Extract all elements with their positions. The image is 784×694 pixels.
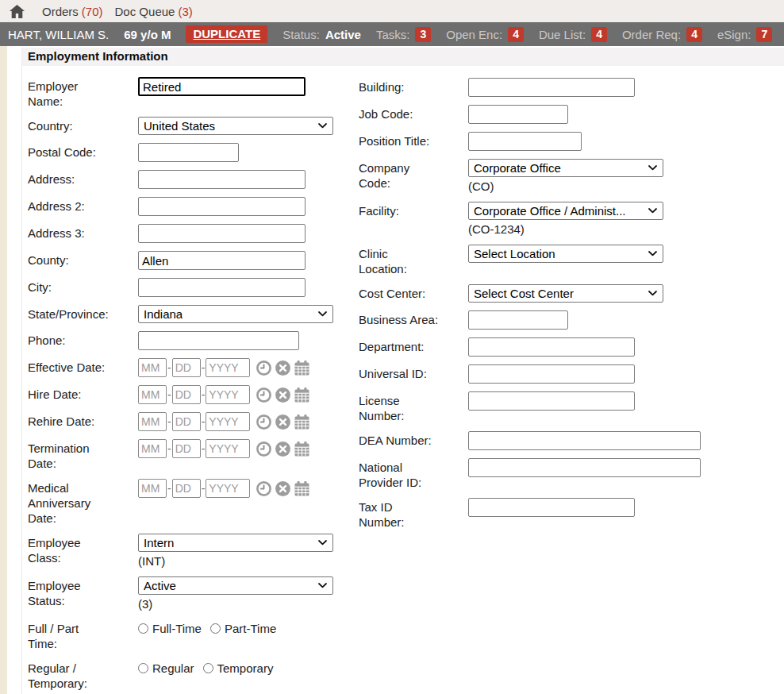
job-code-input[interactable] — [468, 105, 568, 124]
due-list-counter[interactable]: Due List: 4 — [539, 27, 607, 42]
universal-id-input[interactable] — [468, 364, 635, 384]
country-selected-value: United States — [144, 119, 215, 133]
termination-date-dd-input[interactable] — [172, 439, 201, 458]
address-input[interactable] — [138, 170, 306, 189]
employee-status-select[interactable]: Active — [138, 576, 333, 595]
hire-date-mm-input[interactable] — [138, 385, 167, 404]
employment-form: Employer Name:Country:United StatesPosta… — [22, 66, 784, 694]
rehire-date-label: Rehire Date: — [28, 412, 138, 429]
rehire-date-mm-input[interactable] — [138, 412, 167, 431]
clear-icon[interactable] — [275, 360, 291, 376]
medical-anniversary-date-dd-input[interactable] — [172, 479, 201, 498]
effective-date-label: Effective Date: — [28, 358, 138, 375]
chevron-down-icon — [318, 540, 327, 546]
hire-date-dd-input[interactable] — [172, 385, 201, 404]
cost-center-select[interactable]: Select Cost Center — [468, 284, 663, 303]
order-req-badge[interactable]: 4 — [686, 27, 702, 42]
effective-date-mm-input[interactable] — [138, 358, 167, 377]
time-icon[interactable] — [256, 441, 272, 457]
tax-id-number-input[interactable] — [468, 498, 635, 517]
license-number-input[interactable] — [468, 391, 635, 411]
esign-badge[interactable]: 7 — [756, 27, 772, 42]
calendar-icon[interactable] — [294, 441, 310, 457]
time-icon[interactable] — [256, 480, 272, 497]
radio-icon[interactable] — [203, 663, 213, 673]
county-input[interactable] — [138, 251, 306, 270]
tasks-counter[interactable]: Tasks: 3 — [376, 27, 431, 42]
address-2-input[interactable] — [138, 197, 306, 216]
clear-icon[interactable] — [275, 414, 291, 430]
position-title-input[interactable] — [468, 132, 582, 151]
state-province-select[interactable]: Indiana — [138, 305, 333, 323]
employer-name-input[interactable] — [138, 77, 306, 96]
country-select[interactable]: United States — [138, 117, 333, 135]
esign-counter[interactable]: eSign: 7 — [717, 27, 772, 42]
calendar-icon[interactable] — [294, 414, 310, 430]
building-input[interactable] — [468, 78, 635, 97]
calendar-icon[interactable] — [294, 387, 310, 403]
calendar-icon[interactable] — [294, 480, 310, 497]
national-provider-id-row: National Provider ID: — [359, 458, 784, 490]
clear-icon[interactable] — [275, 387, 291, 403]
dea-number-row: DEA Number: — [359, 431, 784, 450]
effective-date-yyyy-input[interactable] — [206, 358, 250, 377]
employee-status-label: Employee Status: — [28, 576, 138, 608]
hire-date-yyyy-input[interactable] — [206, 385, 250, 404]
termination-date-yyyy-input[interactable] — [206, 439, 250, 458]
postal-code-label: Postal Code: — [28, 143, 138, 160]
employee-class-select[interactable]: Intern — [138, 534, 333, 552]
home-icon[interactable] — [10, 5, 25, 18]
clear-icon[interactable] — [275, 480, 291, 497]
dea-number-input[interactable] — [468, 431, 701, 450]
left-margin-strip — [0, 46, 7, 694]
city-input[interactable] — [138, 278, 306, 297]
clear-icon[interactable] — [275, 441, 291, 457]
medical-anniversary-date-mm-input[interactable] — [138, 479, 167, 498]
postal-code-input[interactable] — [138, 143, 239, 162]
calendar-icon[interactable] — [294, 360, 310, 376]
orders-link[interactable]: Orders(70) — [42, 5, 103, 18]
open-enc-counter[interactable]: Open Enc: 4 — [446, 27, 524, 42]
date-separator: - — [202, 482, 206, 495]
time-icon[interactable] — [256, 387, 272, 403]
medical-anniversary-date-yyyy-input[interactable] — [206, 479, 250, 498]
rehire-date-yyyy-input[interactable] — [206, 412, 250, 431]
radio-icon[interactable] — [138, 663, 148, 673]
order-req-counter[interactable]: Order Req: 4 — [622, 27, 702, 42]
address-field — [138, 170, 364, 189]
radio-icon[interactable] — [210, 623, 221, 634]
rehire-date-dd-input[interactable] — [172, 412, 201, 431]
regular-temporary-option-1[interactable]: Temporary — [203, 661, 274, 675]
regular-temporary-option-0[interactable]: Regular — [138, 661, 194, 675]
duplicate-badge[interactable]: DUPLICATE — [186, 25, 267, 43]
job-code-label: Job Code: — [359, 105, 468, 121]
facility-row: Facility:Corporate Office / Administ...(… — [359, 202, 784, 237]
due-list-badge[interactable]: 4 — [591, 27, 607, 42]
tasks-badge[interactable]: 3 — [415, 27, 431, 42]
termination-date-mm-input[interactable] — [138, 439, 167, 458]
facility-select[interactable]: Corporate Office / Administ... — [468, 202, 663, 220]
city-label: City: — [28, 278, 138, 295]
business-area-label: Business Area: — [359, 310, 468, 327]
effective-date-dd-input[interactable] — [172, 358, 201, 377]
dea-number-label: DEA Number: — [359, 431, 468, 448]
open-enc-badge[interactable]: 4 — [508, 27, 524, 42]
department-input[interactable] — [468, 337, 635, 357]
company-code-select[interactable]: Corporate Office — [468, 159, 663, 177]
doc-queue-link[interactable]: Doc Queue(3) — [115, 5, 193, 18]
phone-input[interactable] — [138, 331, 299, 350]
business-area-input[interactable] — [468, 310, 568, 330]
national-provider-id-input[interactable] — [468, 458, 701, 477]
clinic-location-select[interactable]: Select Location — [468, 245, 663, 263]
company-code-label: Company Code: — [359, 159, 468, 191]
hire-date-field: -- — [138, 385, 364, 404]
time-icon[interactable] — [256, 414, 272, 430]
radio-icon[interactable] — [138, 623, 148, 634]
full-part-time-option-0[interactable]: Full-Time — [138, 622, 202, 635]
termination-date-label: Termination Date: — [28, 439, 138, 471]
full-part-time-option-1[interactable]: Part-Time — [210, 622, 276, 635]
address-3-input[interactable] — [138, 224, 306, 243]
time-icon[interactable] — [256, 360, 272, 376]
top-nav-bar: Orders(70) Doc Queue(3) — [0, 0, 784, 22]
chevron-down-icon — [318, 123, 327, 129]
